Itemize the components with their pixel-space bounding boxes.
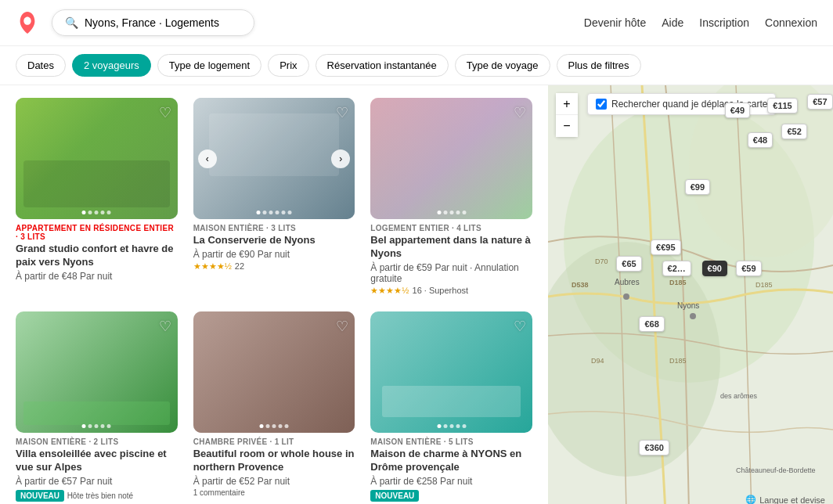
price-marker-49[interactable]: €49: [725, 103, 750, 118]
carousel-next-2[interactable]: ›: [331, 149, 350, 168]
wishlist-btn-3[interactable]: ♡: [514, 104, 526, 121]
price-marker-90[interactable]: €90: [702, 261, 727, 276]
zoom-in-btn[interactable]: +: [556, 93, 578, 115]
listing-price-6: À partir de €258 Par nuit: [370, 476, 532, 487]
badge-6: NOUVEAU: [370, 490, 419, 502]
map-search-checkbox[interactable]: [596, 99, 607, 110]
listing-card-4[interactable]: ♡ Maison entière · 2 lits Villa ensoleil…: [16, 311, 178, 502]
image-dots-3: [437, 211, 466, 214]
listing-price-5: À partir de €52 Par nuit: [193, 476, 355, 487]
airbnb-logo[interactable]: [16, 11, 39, 34]
wishlist-btn-2[interactable]: ♡: [336, 104, 348, 121]
rating-count-3: 16 · Superhost: [413, 286, 469, 295]
map-panel[interactable]: D538 D185 D185 D185 D94 D70 Aubres Nyons…: [548, 85, 833, 504]
svg-text:Nyons: Nyons: [677, 301, 699, 310]
listing-info-4: Maison entière · 2 lits Villa ensoleillé…: [16, 437, 178, 502]
price-marker-57[interactable]: €57: [807, 94, 832, 110]
listing-card-6[interactable]: ♡ Maison entière · 5 lits Maison de char…: [370, 311, 532, 502]
listing-image-2: ‹ › ♡: [193, 98, 355, 219]
price-marker-2[interactable]: €2…: [662, 261, 691, 276]
listing-image-6: ♡: [370, 311, 532, 433]
listing-image-3: ♡: [370, 98, 532, 219]
listing-name-2: La Conserverie de Nyons: [193, 234, 355, 247]
listing-type-4: Maison entière · 2 lits: [16, 437, 178, 446]
filter-prix[interactable]: Prix: [268, 54, 308, 77]
listing-rating-3: ★★★★½ 16 · Superhost: [370, 286, 532, 296]
filter-type-logement[interactable]: Type de logement: [157, 54, 261, 77]
wishlist-btn-5[interactable]: ♡: [336, 318, 348, 335]
help-link[interactable]: Aide: [662, 16, 683, 29]
listing-price-2: À partir de €90 Par nuit: [193, 249, 355, 260]
image-dots-6: [437, 424, 466, 428]
listing-type-2: Maison entière · 3 lits: [193, 224, 355, 232]
svg-text:D94: D94: [591, 357, 604, 365]
price-marker-95[interactable]: €€95: [651, 239, 680, 255]
listing-type-3: Logement entier · 4 lits: [370, 224, 532, 232]
badge-4: NOUVEAU Hôte très bien noté: [16, 487, 178, 502]
map-language[interactable]: 🌐 Langue et devise: [745, 495, 825, 504]
login-link[interactable]: Connexion: [765, 16, 817, 29]
filter-type-voyage[interactable]: Type de voyage: [455, 54, 550, 77]
filter-bar: Dates 2 voyageurs Type de logement Prix …: [0, 46, 833, 85]
listing-image-4: ♡: [16, 311, 178, 433]
listing-card-2[interactable]: ‹ › ♡ Maison entière · 3 lits La Conserv…: [193, 98, 355, 296]
listing-name-4: Villa ensoleillée avec piscine et vue su…: [16, 448, 178, 474]
price-marker-360[interactable]: €360: [639, 440, 669, 455]
listing-info-3: Logement entier · 4 lits Bel appartement…: [370, 224, 532, 296]
price-marker-99[interactable]: €99: [685, 179, 710, 195]
stars-2: ★★★★½: [193, 261, 232, 272]
filter-reservation[interactable]: Réservation instantanée: [316, 54, 449, 77]
header: 🔍 Devenir hôte Aide Inscription Connexio…: [0, 0, 833, 46]
price-marker-115[interactable]: €115: [767, 98, 797, 113]
map-zoom-controls: + −: [556, 93, 578, 137]
filter-voyageurs[interactable]: 2 voyageurs: [72, 54, 151, 77]
listings-panel: ♡ Appartement en résidence entier · 3 li…: [0, 85, 548, 504]
price-marker-52[interactable]: €52: [781, 124, 806, 139]
svg-text:D538: D538: [572, 281, 589, 289]
image-dots-2: [256, 211, 291, 214]
wishlist-btn-6[interactable]: ♡: [514, 318, 526, 335]
globe-icon: 🌐: [745, 495, 756, 504]
listing-card-1[interactable]: ♡ Appartement en résidence entier · 3 li…: [16, 98, 178, 296]
image-dots-5: [259, 424, 288, 428]
price-marker-48[interactable]: €48: [748, 132, 773, 148]
image-dots-1: [82, 211, 111, 214]
listing-type-6: Maison entière · 5 lits: [370, 437, 532, 446]
listing-type-5: Chambre privée · 1 lit: [193, 437, 355, 446]
listing-price-1: À partir de €48 Par nuit: [16, 271, 178, 282]
price-marker-68[interactable]: €68: [639, 316, 664, 332]
stars-3: ★★★★½: [370, 286, 409, 296]
zoom-out-btn[interactable]: −: [556, 115, 578, 137]
listing-card-5[interactable]: ♡ Chambre privée · 1 lit Beautiful room …: [193, 311, 355, 502]
listing-card-3[interactable]: ♡ Logement entier · 4 lits Bel apparteme…: [370, 98, 532, 296]
listing-type-1: Appartement en résidence entier · 3 lits: [16, 224, 178, 241]
listing-comments-5: 1 commentaire: [193, 488, 355, 497]
svg-point-5: [690, 313, 696, 319]
carousel-prev-2[interactable]: ‹: [198, 149, 217, 168]
svg-text:des arômes: des arômes: [720, 392, 758, 400]
listing-info-6: Maison entière · 5 lits Maison de charme…: [370, 437, 532, 502]
svg-text:Châteauneuf-de-Bordette: Châteauneuf-de-Bordette: [736, 466, 816, 474]
header-nav: Devenir hôte Aide Inscription Connexion: [584, 16, 817, 29]
listing-price-3: À partir de €59 Par nuit · Annulation gr…: [370, 262, 532, 284]
wishlist-btn-1[interactable]: ♡: [159, 104, 171, 121]
svg-point-4: [623, 293, 629, 300]
price-marker-65[interactable]: €65: [616, 256, 641, 272]
filter-dates[interactable]: Dates: [16, 54, 66, 77]
listing-name-1: Grand studio confort et havre de paix ve…: [16, 243, 178, 269]
filter-more[interactable]: Plus de filtres: [557, 54, 641, 77]
image-dots-4: [82, 424, 111, 428]
wishlist-btn-4[interactable]: ♡: [159, 318, 171, 335]
listing-price-4: À partir de €57 Par nuit: [16, 476, 178, 487]
rating-count-2: 22: [235, 261, 244, 271]
listing-name-6: Maison de charme à NYONS en Drôme proven…: [370, 448, 532, 474]
listing-image-5: ♡: [193, 311, 355, 433]
main-content: ♡ Appartement en résidence entier · 3 li…: [0, 85, 833, 504]
search-input[interactable]: [85, 16, 241, 29]
become-host-link[interactable]: Devenir hôte: [584, 16, 646, 29]
price-marker-59[interactable]: €59: [736, 261, 761, 276]
svg-text:Aubres: Aubres: [615, 278, 640, 286]
svg-text:D70: D70: [595, 257, 608, 265]
search-bar[interactable]: 🔍: [52, 9, 254, 36]
signup-link[interactable]: Inscription: [699, 16, 749, 29]
